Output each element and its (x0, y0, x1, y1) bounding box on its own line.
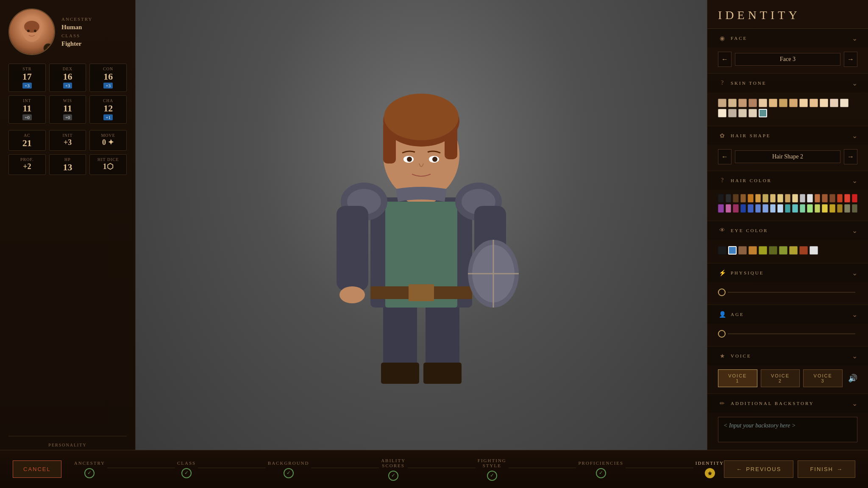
hair-swatch-6[interactable] (755, 194, 761, 202)
voice-chevron-icon: ⌄ (852, 352, 857, 360)
hair-swatch-12[interactable] (800, 194, 806, 202)
hair-swatch-30[interactable] (792, 204, 798, 213)
age-header[interactable]: 👤 AGE ⌄ (707, 305, 868, 324)
eye-swatch-10[interactable] (810, 246, 818, 255)
finish-button[interactable]: FINISH → (798, 460, 855, 478)
skin-swatch-17[interactable] (748, 109, 757, 117)
hair-swatch-17[interactable] (837, 194, 843, 202)
character-portrait[interactable]: 1 (8, 8, 55, 55)
hair-swatch-32[interactable] (807, 204, 813, 213)
eye-swatch-4[interactable] (748, 246, 757, 255)
voice-header[interactable]: ★ VOICE ⌄ (707, 347, 868, 365)
skin-swatch-13[interactable] (840, 99, 849, 107)
skin-swatch-14[interactable] (718, 109, 726, 117)
hair-swatch-15[interactable] (822, 194, 828, 202)
hair-swatch-10[interactable] (785, 194, 791, 202)
hair-swatch-7[interactable] (762, 194, 768, 202)
face-section-header[interactable]: ◉ FACE ⌄ (707, 29, 868, 47)
physique-slider-handle[interactable] (718, 288, 726, 296)
age-slider-handle[interactable] (718, 330, 726, 338)
hair-swatch-21[interactable] (726, 204, 732, 213)
skin-swatch-5[interactable] (759, 99, 767, 107)
physique-header[interactable]: ⚡ PHYSIQUE ⌄ (707, 263, 868, 282)
step-ability-scores[interactable]: ABILITYSCORES ✓ (381, 458, 406, 481)
hair-swatch-28[interactable] (777, 204, 783, 213)
skin-swatch-2[interactable] (728, 99, 737, 107)
hair-color-header[interactable]: ? HAIR COLOR ⌄ (707, 171, 868, 190)
hair-swatch-8[interactable] (770, 194, 776, 202)
hair-swatch-37[interactable] (844, 204, 850, 213)
skin-swatch-12[interactable] (830, 99, 838, 107)
hair-swatch-35[interactable] (829, 204, 835, 213)
backstory-header[interactable]: ✏ ADDITIONAL BACKSTORY ⌄ (707, 394, 868, 413)
hair-swatch-14[interactable] (815, 194, 821, 202)
hair-shape-next-button[interactable]: → (844, 149, 857, 164)
hair-swatch-16[interactable] (829, 194, 835, 202)
skin-swatch-15[interactable] (728, 109, 737, 117)
skin-tone-header[interactable]: ? SKIN TONE ⌄ (707, 74, 868, 92)
skin-swatch-4[interactable] (748, 99, 757, 107)
voice-1-button[interactable]: VOICE 1 (718, 369, 757, 387)
volume-icon[interactable]: 🔊 (848, 374, 857, 383)
hair-swatch-23[interactable] (740, 204, 746, 213)
hair-swatch-20[interactable] (718, 204, 724, 213)
skin-swatch-3[interactable] (738, 99, 747, 107)
skin-swatch-6[interactable] (769, 99, 777, 107)
eye-swatch-3[interactable] (738, 246, 747, 255)
hair-swatch-18[interactable] (844, 194, 850, 202)
hair-swatch-34[interactable] (822, 204, 828, 213)
eye-swatch-7[interactable] (779, 246, 787, 255)
hair-swatch-3[interactable] (733, 194, 739, 202)
hair-swatch-13[interactable] (807, 194, 813, 202)
cancel-button[interactable]: CANCEL (13, 460, 61, 478)
hair-swatch-26[interactable] (762, 204, 768, 213)
skin-swatch-1[interactable] (718, 99, 726, 107)
hair-swatch-29[interactable] (785, 204, 791, 213)
hair-swatch-33[interactable] (815, 204, 821, 213)
step-fighting-style[interactable]: FIGHTINGSTYLE ✓ (478, 458, 506, 481)
backstory-textarea[interactable] (718, 417, 857, 442)
hair-swatch-4[interactable] (740, 194, 746, 202)
step-class[interactable]: CLASS ✓ (177, 460, 196, 478)
hair-swatch-25[interactable] (755, 204, 761, 213)
skin-swatch-8[interactable] (789, 99, 798, 107)
skin-swatch-9[interactable] (799, 99, 808, 107)
eye-swatch-5[interactable] (759, 246, 767, 255)
hair-swatch-19[interactable] (852, 194, 858, 202)
eye-swatch-6[interactable] (769, 246, 777, 255)
hair-shape-prev-button[interactable]: ← (718, 149, 732, 164)
voice-2-button[interactable]: VOICE 2 (761, 369, 800, 387)
skin-swatch-10[interactable] (810, 99, 818, 107)
hair-swatch-27[interactable] (770, 204, 776, 213)
hair-swatch-24[interactable] (748, 204, 754, 213)
eye-swatch-8[interactable] (789, 246, 798, 255)
hair-swatch-31[interactable] (800, 204, 806, 213)
eye-color-header[interactable]: 👁 EYE COLOR ⌄ (707, 221, 868, 240)
step-background[interactable]: BACKGROUND ✓ (268, 460, 309, 478)
step-proficiencies[interactable]: PROFICIENCIES ✓ (578, 460, 623, 478)
hair-swatch-36[interactable] (837, 204, 843, 213)
face-prev-button[interactable]: ← (718, 52, 732, 67)
hair-swatch-5[interactable] (748, 194, 754, 202)
previous-button[interactable]: ← PREVIOUS (724, 460, 793, 478)
hair-swatch-22[interactable] (733, 204, 739, 213)
skin-swatch-11[interactable] (820, 99, 828, 107)
face-next-button[interactable]: → (844, 52, 857, 67)
step-ancestry[interactable]: ANCESTRY ✓ (74, 460, 105, 478)
voice-3-button[interactable]: VOICE 3 (803, 369, 843, 387)
skin-swatch-16[interactable] (738, 109, 747, 117)
eye-color-section: 👁 EYE COLOR ⌄ (707, 221, 868, 263)
step-identity[interactable]: IDENTITY (696, 460, 724, 478)
hair-swatch-11[interactable] (792, 194, 798, 202)
eye-swatch-1[interactable] (718, 246, 726, 255)
hair-swatch-1[interactable] (718, 194, 724, 202)
hair-swatch-2[interactable] (726, 194, 732, 202)
skin-swatch-7[interactable] (779, 99, 787, 107)
right-panel: IDENTITY ◉ FACE ⌄ ← Face 3 → ? SKIN TONE (707, 0, 868, 488)
hair-shape-header[interactable]: ✿ HAIR SHAPE ⌄ (707, 126, 868, 145)
eye-swatch-2[interactable] (728, 246, 737, 255)
hair-swatch-38[interactable] (852, 204, 858, 213)
skin-swatch-18[interactable] (759, 109, 767, 117)
hair-swatch-9[interactable] (777, 194, 783, 202)
eye-swatch-9[interactable] (799, 246, 808, 255)
